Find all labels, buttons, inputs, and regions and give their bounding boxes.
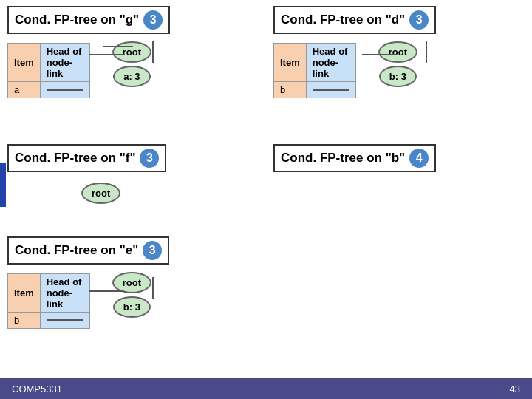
col-item-e: Item [8,274,41,313]
title-g-text: Cond. FP-tree on "g" [15,13,139,27]
title-f: Cond. FP-tree on "f" 3 [7,144,166,172]
title-b: Cond. FP-tree on "b" 4 [273,144,436,172]
title-f-text: Cond. FP-tree on "f" [15,151,135,166]
badge-f: 3 [140,149,159,168]
col-item-g: Item [8,44,41,82]
title-d: Cond. FP-tree on "d" 3 [273,6,436,34]
table-d: Item Head ofnode-link b [273,43,356,98]
row-b-item-e: b [8,313,41,329]
badge-d: 3 [409,10,429,30]
line-root-b-d [426,41,427,63]
row-b-item-d: b [274,82,307,98]
footer-label: COMP5331 [12,383,62,395]
title-b-text: Cond. FP-tree on "b" [281,151,405,166]
footer-page: 43 [510,383,520,395]
badge-g: 3 [143,10,163,30]
node-a3-g: a: 3 [113,66,150,87]
section-d: Cond. FP-tree on "d" 3 Item Head ofnode-… [273,6,436,98]
section-f: Cond. FP-tree on "f" 3 root [7,144,166,204]
accent-bar [0,163,6,207]
title-e-text: Cond. FP-tree on "e" [15,243,138,258]
node-root-f: root [81,183,120,204]
col-link-g: Head ofnode-link [40,44,89,82]
section-e: Cond. FP-tree on "e" 3 Item Head ofnode-… [7,236,169,329]
col-link-d: Head ofnode-link [306,44,355,82]
line-root-a [152,41,154,63]
node-root-d: root [378,41,417,63]
title-e: Cond. FP-tree on "e" 3 [7,236,169,265]
node-root-g: root [112,41,151,63]
table-e: Item Head ofnode-link b [7,273,90,329]
col-link-e: Head ofnode-link [40,274,89,313]
table-g: Item Head ofnode-link a [7,43,90,98]
row-a-link [40,82,89,98]
col-item-d: Item [274,44,307,82]
line-root-b-e [152,277,154,299]
row-b-link-e [40,313,89,329]
footer-bar: COMP5331 43 [0,378,532,399]
node-b3-e: b: 3 [113,296,151,318]
row-a-item: a [8,82,41,98]
node-root-e: root [112,272,151,293]
badge-e: 3 [143,241,162,260]
slide: Cond. FP-tree on "g" 3 Item Head ofnode-… [0,0,532,399]
section-b: Cond. FP-tree on "b" 4 [273,144,436,172]
section-g: Cond. FP-tree on "g" 3 Item Head ofnode-… [7,6,170,98]
title-g: Cond. FP-tree on "g" 3 [7,6,170,34]
node-b3-d: b: 3 [379,66,417,87]
title-d-text: Cond. FP-tree on "d" [281,13,405,27]
badge-b: 4 [409,149,429,168]
row-b-link-d [306,82,355,98]
